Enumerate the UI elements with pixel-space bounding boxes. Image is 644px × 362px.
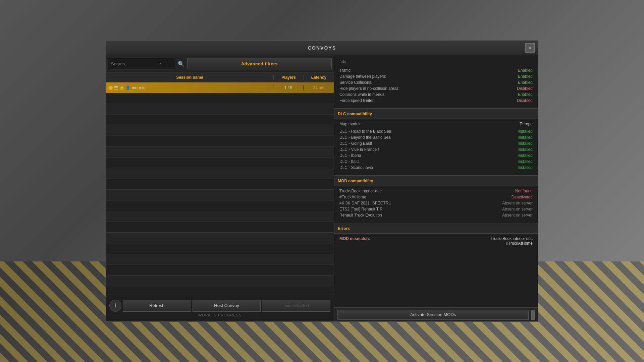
map-module-row: Map module Europe <box>339 122 533 126</box>
mod-name: ETS2 [Tool] Renault T R <box>339 207 383 212</box>
table-row[interactable]: 🔒👤morrelo1 / 824 ms <box>106 82 334 93</box>
search-input[interactable] <box>111 61 158 66</box>
list-item: DLC - ItaliaInstalled <box>339 159 533 164</box>
right-panel: ads Traffic: Enabled Damage between play… <box>334 55 538 321</box>
mod-section: MOD compatibility TrucksBook interior de… <box>339 175 533 218</box>
mod-mismatch-label: MOD mismatch: <box>339 236 370 246</box>
search-clear-button[interactable]: × <box>159 61 162 66</box>
info-button[interactable]: i <box>109 300 121 312</box>
service-value: Enabled <box>518 80 533 85</box>
list-item: 4K 8K DAF 2021 "SPECTRUAbsent on server <box>339 201 533 205</box>
dlc-status: Installed <box>518 129 533 134</box>
table-row[interactable] <box>106 158 334 168</box>
damage-row: Damage between players: Enabled <box>339 74 533 79</box>
dlc-name: DLC - Iberia <box>339 153 361 158</box>
errors-section-title: Errors <box>338 226 350 231</box>
table-row[interactable] <box>106 136 334 147</box>
activate-bar: Activate Session MODs <box>334 307 538 321</box>
right-content: ads Traffic: Enabled Damage between play… <box>334 55 538 307</box>
session-lock-icon: 🔒 <box>119 85 124 90</box>
table-row[interactable] <box>106 233 334 243</box>
dlc-status: Installed <box>518 159 533 164</box>
session-latency-cell: 24 ms <box>304 85 334 90</box>
dlc-section: DLC compatibility Map module Europe DLC … <box>339 108 533 170</box>
table-row[interactable] <box>106 222 334 233</box>
join-selected-button[interactable]: Join selected <box>262 300 330 312</box>
table-row[interactable] <box>106 265 334 276</box>
mod-section-header: MOD compatibility <box>334 175 538 186</box>
session-name-header: Session name <box>106 75 273 80</box>
scrollbar-thumb[interactable] <box>531 310 535 320</box>
search-box: × <box>108 58 175 69</box>
left-panel: × 🔍 Advanced filters Session name Player… <box>106 55 334 321</box>
table-row[interactable] <box>106 276 334 286</box>
list-item: #TruckAtHomeDeactivated <box>339 195 533 199</box>
table-row[interactable] <box>106 286 334 295</box>
table-row[interactable] <box>106 200 334 211</box>
service-label: Service Collisions: <box>339 80 372 85</box>
collisions-label: Collisions while in menus: <box>339 92 385 97</box>
hide-players-row: Hide players in no-collision areas: Disa… <box>339 86 533 91</box>
table-row[interactable] <box>106 211 334 222</box>
damage-label: Damage between players: <box>339 74 386 79</box>
session-person-icon: 👤 <box>125 85 130 90</box>
table-row[interactable] <box>106 254 334 265</box>
list-item: DLC - Road to the Black SeaInstalled <box>339 129 533 134</box>
table-row[interactable] <box>106 147 334 158</box>
list-item: Renault Truck EvolutionAbsent on server <box>339 213 533 218</box>
table-row[interactable] <box>106 243 334 254</box>
dlc-name: DLC - Vive la France ! <box>339 147 379 152</box>
list-item: DLC - IberiaInstalled <box>339 153 533 158</box>
convoys-dialog: CONVOYS × × 🔍 Advanced filters Session n… <box>106 40 538 322</box>
mod-mismatch-row: MOD mismatch: TrucksBook interior dec#Tr… <box>339 236 533 246</box>
session-status-icon <box>109 86 113 90</box>
dlc-name: DLC - Going East! <box>339 141 372 146</box>
errors-section: Errors MOD mismatch: TrucksBook interior… <box>339 223 533 246</box>
dlc-name: DLC - Italia <box>339 159 360 164</box>
mod-section-title: MOD compatibility <box>338 179 373 183</box>
host-convoy-button[interactable]: Host Convoy <box>193 300 261 312</box>
mod-name: 4K 8K DAF 2021 "SPECTRU <box>339 201 391 205</box>
traffic-row: Traffic: Enabled <box>339 68 533 73</box>
dlc-status: Installed <box>518 147 533 152</box>
activate-session-mods-button[interactable]: Activate Session MODs <box>337 310 529 320</box>
content-area: × 🔍 Advanced filters Session name Player… <box>106 55 538 321</box>
table-row[interactable] <box>106 104 334 115</box>
dlc-list: DLC - Road to the Black SeaInstalledDLC … <box>339 129 533 170</box>
table-row[interactable] <box>106 190 334 200</box>
session-icons: 🔒👤 <box>109 85 130 90</box>
session-name-text: morrelo <box>132 85 146 90</box>
list-item: DLC - ScandinaviaInstalled <box>339 165 533 170</box>
mod-mismatch-value: TrucksBook interior dec#TruckAtHome <box>490 236 533 246</box>
table-row[interactable] <box>106 168 334 179</box>
table-row[interactable] <box>106 179 334 190</box>
list-item: TrucksBook interior decNot found <box>339 189 533 193</box>
dialog-title: CONVOYS <box>308 45 336 51</box>
service-row: Service Collisions: Enabled <box>339 80 533 85</box>
list-item: ETS2 [Tool] Renault T RAbsent on server <box>339 207 533 212</box>
mod-status: Absent on server <box>502 213 533 218</box>
force-speed-label: Force speed limiter: <box>339 98 375 103</box>
traffic-label: Traffic: <box>339 68 352 73</box>
errors-section-header: Errors <box>334 223 538 234</box>
table-row[interactable] <box>106 125 334 136</box>
mod-status: Absent on server <box>502 207 533 212</box>
mod-status: Deactivated <box>512 195 533 199</box>
refresh-button[interactable]: Refresh <box>123 300 191 312</box>
session-name-cell: 🔒👤morrelo <box>106 85 273 90</box>
force-speed-row: Force speed limiter: Disabled <box>339 98 533 103</box>
mod-status: Not found <box>515 189 533 193</box>
bottom-bar: i Refresh Host Convoy Join selected WORK… <box>106 295 334 321</box>
table-row[interactable] <box>106 93 334 104</box>
search-icon[interactable]: 🔍 <box>178 61 184 67</box>
mod-list: TrucksBook interior decNot found#TruckAt… <box>339 189 533 218</box>
dlc-section-title: DLC compatibility <box>338 112 372 116</box>
title-bar: CONVOYS × <box>106 41 538 55</box>
hide-players-value: Disabled <box>517 86 533 91</box>
close-button[interactable]: × <box>525 43 535 53</box>
bottom-buttons: i Refresh Host Convoy Join selected <box>106 300 334 312</box>
dlc-status: Installed <box>518 153 533 158</box>
advanced-filters-button[interactable]: Advanced filters <box>187 58 332 69</box>
table-row[interactable] <box>106 115 334 125</box>
dlc-section-header: DLC compatibility <box>334 108 538 119</box>
